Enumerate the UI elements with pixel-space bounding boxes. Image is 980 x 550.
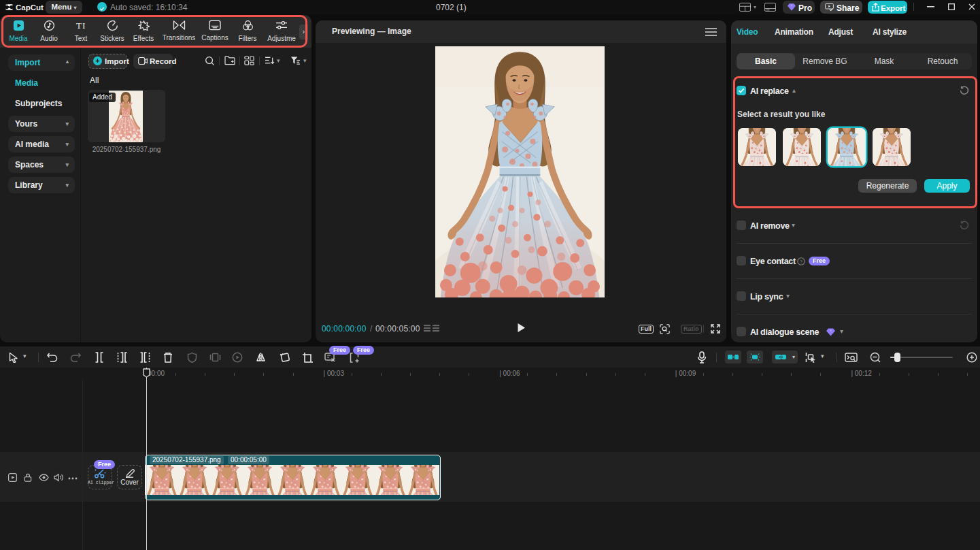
svg-text:T: T: [75, 20, 81, 31]
svg-text:I: I: [82, 20, 84, 31]
svg-text:?: ?: [800, 259, 802, 265]
